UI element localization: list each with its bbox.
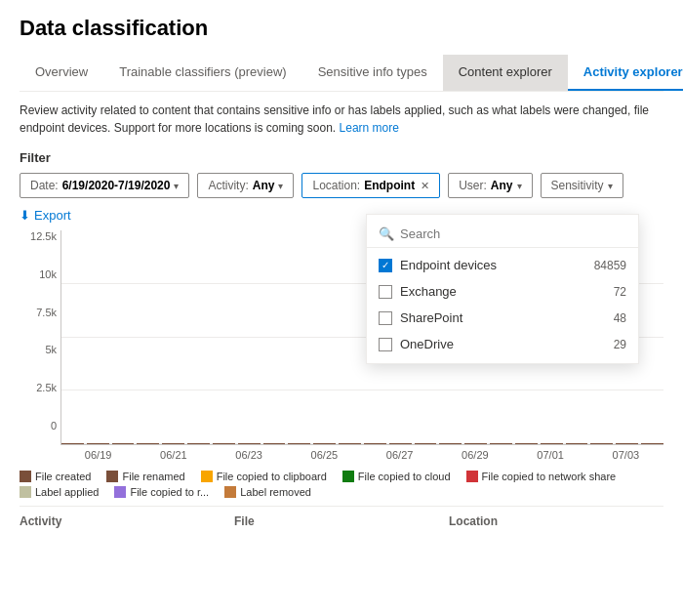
bar-group-23: [641, 443, 663, 444]
legend-color-6: [114, 486, 126, 498]
bar-21[interactable]: [590, 443, 613, 444]
bar-23[interactable]: [641, 443, 663, 444]
export-button[interactable]: ⬇ Export: [20, 208, 71, 223]
learn-more-link[interactable]: Learn more: [340, 121, 399, 135]
x-label-06/27: 06/27: [362, 449, 437, 461]
legend-text-6: File copied to r...: [130, 486, 209, 498]
exchange-count: 72: [614, 285, 626, 299]
legend-color-7: [224, 486, 236, 498]
tab-content[interactable]: Content explorer: [443, 55, 568, 91]
x-label-07/01: 07/01: [513, 449, 588, 461]
endpoint-label: Endpoint devices: [400, 258, 497, 272]
y-label-10k: 10k: [39, 268, 57, 280]
bar-group-17: [490, 443, 512, 444]
location-close-icon[interactable]: ✕: [421, 180, 429, 192]
endpoint-checkbox[interactable]: ✓: [379, 259, 392, 272]
location-dropdown: 🔍 ✓ Endpoint devices 84859 Exchange 72: [366, 214, 639, 364]
dropdown-search-bar: 🔍: [367, 221, 638, 248]
x-axis: 06/1906/2106/2306/2506/2706/2907/0107/03: [60, 449, 663, 461]
bar-3[interactable]: [137, 443, 159, 444]
location-filter-key: Location:: [312, 179, 360, 192]
bar-8[interactable]: [263, 443, 286, 444]
footer-tab-location[interactable]: Location: [449, 513, 663, 530]
exchange-checkbox[interactable]: [379, 285, 392, 299]
onedrive-label: OneDrive: [400, 337, 454, 351]
bar-5[interactable]: [187, 443, 210, 444]
date-chevron-icon: ▾: [174, 181, 179, 191]
x-label-06/21: 06/21: [136, 449, 211, 461]
tab-trainable[interactable]: Trainable classifiers (preview): [103, 55, 301, 91]
y-label-2k: 2.5k: [36, 382, 57, 393]
tab-sensitive[interactable]: Sensitive info types: [302, 55, 443, 91]
onedrive-checkbox[interactable]: [379, 338, 392, 351]
user-chevron-icon: ▾: [517, 181, 522, 191]
bar-0[interactable]: [61, 443, 84, 444]
location-filter[interactable]: Location: Endpoint ✕: [301, 173, 440, 198]
legend-item-3: File copied to cloud: [342, 471, 451, 482]
dropdown-item-endpoint[interactable]: ✓ Endpoint devices 84859: [367, 252, 638, 278]
onedrive-count: 29: [614, 338, 626, 351]
y-label-12k: 12.5k: [30, 230, 57, 242]
legend-text-7: Label removed: [240, 486, 311, 498]
legend-item-4: File copied to network share: [466, 471, 617, 482]
bar-group-22: [616, 443, 638, 444]
bar-19[interactable]: [541, 443, 563, 444]
bar-4[interactable]: [162, 443, 184, 444]
legend-text-4: File copied to network share: [482, 471, 617, 482]
bar-11[interactable]: [339, 443, 361, 444]
date-filter[interactable]: Date: 6/19/2020-7/19/2020 ▾: [20, 173, 189, 198]
user-filter[interactable]: User: Any ▾: [448, 173, 532, 198]
sensitivity-filter-key: Sensitivity: [551, 179, 604, 192]
bar-20[interactable]: [566, 443, 588, 444]
bar-22[interactable]: [616, 443, 638, 444]
user-filter-value: Any: [491, 179, 513, 192]
bar-group-8: [263, 443, 286, 444]
legend-item-1: File renamed: [106, 471, 184, 482]
bar-group-3: [137, 443, 159, 444]
export-label: Export: [34, 208, 71, 223]
legend-item-6: File copied to r...: [114, 486, 209, 498]
footer-tab-file[interactable]: File: [234, 513, 449, 530]
bar-15[interactable]: [439, 443, 462, 444]
search-icon: 🔍: [379, 226, 394, 241]
y-label-5k: 5k: [45, 344, 57, 355]
bar-group-1: [87, 443, 109, 444]
bar-6[interactable]: [213, 443, 235, 444]
date-filter-value: 6/19/2020-7/19/2020: [62, 179, 171, 192]
activity-filter-key: Activity:: [208, 179, 248, 192]
bar-9[interactable]: [288, 443, 310, 444]
bar-group-13: [389, 443, 412, 444]
legend-item-7: Label removed: [224, 486, 311, 498]
dropdown-item-sharepoint[interactable]: SharePoint 48: [367, 305, 638, 331]
bar-17[interactable]: [490, 443, 512, 444]
tab-activity[interactable]: Activity explorer: [568, 55, 683, 91]
export-icon: ⬇: [20, 208, 30, 223]
search-input[interactable]: [400, 226, 626, 241]
bar-10[interactable]: [313, 443, 336, 444]
bar-14[interactable]: [415, 443, 437, 444]
bar-12[interactable]: [364, 443, 386, 444]
footer-tab-activity[interactable]: Activity: [20, 513, 234, 530]
bar-group-20: [566, 443, 588, 444]
legend-item-0: File created: [20, 471, 91, 482]
legend-text-1: File renamed: [122, 471, 184, 482]
sensitivity-filter[interactable]: Sensitivity ▾: [541, 173, 623, 198]
bar-13[interactable]: [389, 443, 412, 444]
y-axis: 12.5k 10k 7.5k 5k 2.5k 0: [20, 230, 57, 431]
user-filter-key: User:: [459, 179, 487, 192]
legend-color-5: [20, 486, 31, 498]
dropdown-item-onedrive[interactable]: OneDrive 29: [367, 331, 638, 357]
bar-group-6: [213, 443, 235, 444]
bar-16[interactable]: [464, 443, 487, 444]
tab-overview[interactable]: Overview: [20, 55, 103, 91]
bar-18[interactable]: [515, 443, 538, 444]
sensitivity-chevron-icon: ▾: [608, 181, 613, 191]
sharepoint-checkbox[interactable]: [379, 311, 392, 325]
bar-1[interactable]: [87, 443, 109, 444]
dropdown-item-exchange[interactable]: Exchange 72: [367, 278, 638, 305]
x-label-06/19: 06/19: [60, 449, 136, 461]
bar-2[interactable]: [112, 443, 135, 444]
activity-filter[interactable]: Activity: Any ▾: [197, 173, 294, 198]
bar-7[interactable]: [238, 443, 261, 444]
bar-group-9: [288, 443, 310, 444]
